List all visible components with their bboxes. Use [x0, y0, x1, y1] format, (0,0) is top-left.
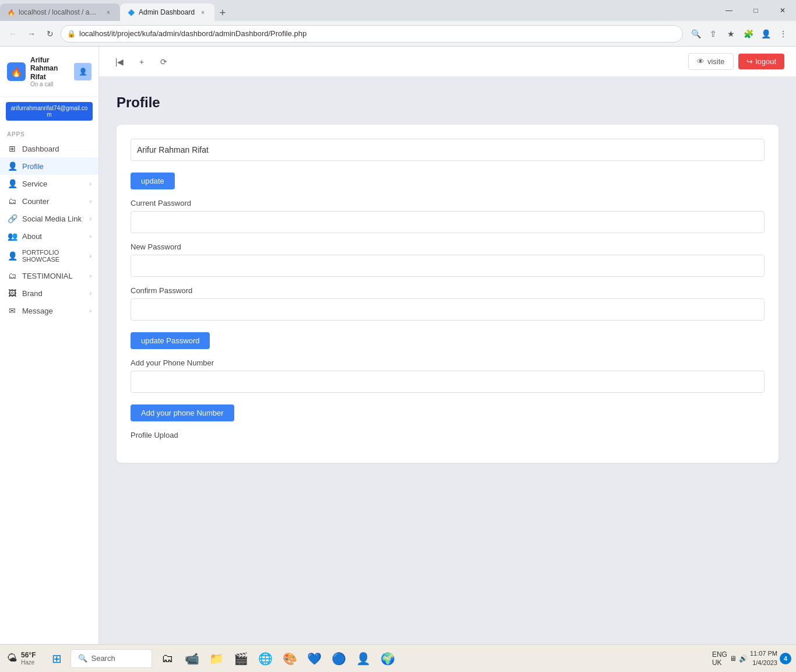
brand-icon: 🖼: [7, 288, 17, 298]
tab2-label: Admin Dashboard: [139, 8, 195, 16]
taskbar-app-colors[interactable]: 🎨: [278, 647, 301, 670]
current-password-group: Current Password: [131, 199, 765, 233]
sidebar-toggle-button[interactable]: |◀: [111, 53, 128, 71]
new-password-label: New Password: [131, 242, 765, 251]
sidebar-item-testimonial[interactable]: 🗂 TESTIMONIAL ›: [0, 267, 98, 284]
logout-button[interactable]: ↪ logout: [738, 54, 784, 69]
counter-arrow: ›: [90, 198, 91, 205]
logout-label: logout: [756, 57, 776, 66]
reload-button[interactable]: ↻: [42, 26, 58, 42]
taskbar-app-explorer[interactable]: 📁: [205, 647, 228, 670]
tab1-favicon: 🔥: [7, 8, 15, 16]
testimonial-icon: 🗂: [7, 271, 17, 280]
profile-upload-group: Profile Upload: [131, 431, 765, 439]
back-button[interactable]: ←: [5, 26, 21, 42]
taskbar-app-media[interactable]: 🎬: [229, 647, 252, 670]
name-input[interactable]: [131, 139, 765, 161]
sidebar-item-portfolio[interactable]: 👤 PORTFOLIO SHOWCASE ›: [0, 245, 98, 267]
message-icon: ✉: [7, 306, 17, 315]
sidebar-item-brand[interactable]: 🖼 Brand ›: [0, 284, 98, 302]
weather-temp: 56°F: [21, 651, 36, 659]
confirm-password-group: Confirm Password: [131, 286, 765, 321]
window-controls: — □ ✕: [716, 0, 796, 21]
menu-icon[interactable]: ⋮: [775, 26, 791, 42]
confirm-password-label: Confirm Password: [131, 286, 765, 295]
sidebar-label-brand: Brand: [22, 289, 85, 298]
clock-time: 11:07 PM: [750, 649, 777, 658]
notification-badge[interactable]: 4: [780, 653, 791, 664]
search-icon[interactable]: 🔍: [688, 26, 704, 42]
tab1-label: localhost / localhost / admindata: [19, 8, 100, 16]
browser-toolbar: ← → ↻ 🔒 localhost/it/project/kufa/admin/…: [0, 21, 796, 47]
sidebar-label-social: Social Media Link: [22, 214, 85, 223]
taskbar-app-user[interactable]: 👤: [351, 647, 375, 670]
clock-date: 1/4/2023: [750, 659, 777, 667]
sidebar-label-counter: Counter: [22, 197, 85, 206]
maximize-button[interactable]: □: [742, 0, 769, 21]
new-password-input[interactable]: [131, 255, 765, 277]
portfolio-arrow: ›: [90, 253, 91, 259]
sidebar-label-profile: Profile: [22, 162, 91, 171]
taskbar-app-video[interactable]: 📹: [180, 647, 203, 670]
apps-section-label: APPS: [0, 125, 98, 140]
refresh-button[interactable]: ⟳: [155, 53, 172, 71]
address-bar[interactable]: 🔒 localhost/it/project/kufa/admin/dashbo…: [61, 25, 683, 43]
sidebar-item-dashboard[interactable]: ⊞ Dashboard: [0, 140, 98, 157]
about-icon: 👥: [7, 231, 17, 241]
sidebar-item-service[interactable]: 👤 Service ›: [0, 175, 98, 192]
profile-icon: 👤: [7, 161, 17, 171]
new-tab-button[interactable]: +: [214, 5, 231, 21]
new-password-group: New Password: [131, 242, 765, 277]
browser-tab-bar: 🔥 localhost / localhost / admindata × 🔷 …: [0, 0, 796, 21]
bookmark-icon[interactable]: ★: [723, 26, 739, 42]
taskbar-app-vscode[interactable]: 💙: [302, 647, 326, 670]
lang-label: ENG UK: [712, 650, 727, 667]
close-button[interactable]: ✕: [769, 0, 796, 21]
windows-logo: ⊞: [52, 652, 62, 666]
add-button[interactable]: +: [133, 53, 150, 71]
tab2-close[interactable]: ×: [198, 8, 207, 17]
sidebar-item-social[interactable]: 🔗 Social Media Link ›: [0, 210, 98, 227]
forward-button[interactable]: →: [23, 26, 40, 42]
sidebar-email: arifurrahmanrifat74@gmail.com: [6, 102, 93, 121]
visite-button[interactable]: 👁 visite: [688, 53, 734, 70]
sidebar-user-section: 🔥 Arifur Rahman Rifat On a call 👤: [0, 47, 98, 97]
visite-label: visite: [707, 57, 725, 66]
profile-icon[interactable]: 👤: [758, 26, 774, 42]
taskbar-search-box[interactable]: 🔍 Search: [71, 649, 152, 668]
service-arrow: ›: [90, 181, 91, 187]
taskbar: 🌤 56°F Haze ⊞ 🔍 Search 🗂 📹 📁 🎬 🌐 🎨 💙 🔵 👤…: [0, 644, 796, 672]
taskbar-app-chrome[interactable]: 🌐: [253, 647, 277, 670]
current-password-input[interactable]: [131, 211, 765, 233]
update-password-button[interactable]: update Password: [131, 332, 210, 349]
update-name-button[interactable]: update: [131, 173, 175, 189]
add-phone-button[interactable]: Add your phone Number: [131, 404, 234, 421]
sidebar-item-profile[interactable]: 👤 Profile: [0, 157, 98, 175]
tab1-close[interactable]: ×: [104, 8, 113, 17]
start-button[interactable]: ⊞: [45, 647, 68, 670]
sidebar-user-info: Arifur Rahman Rifat On a call: [30, 56, 69, 87]
volume-icon: 🔊: [739, 655, 748, 663]
portfolio-icon: 👤: [7, 251, 17, 261]
sidebar-item-about[interactable]: 👥 About ›: [0, 227, 98, 245]
app-logo: 🔥: [7, 62, 26, 81]
browser-tab-2[interactable]: 🔷 Admin Dashboard ×: [120, 3, 214, 21]
sidebar-label-portfolio: PORTFOLIO SHOWCASE: [22, 249, 85, 263]
taskbar-app-browser2[interactable]: 🔵: [327, 647, 350, 670]
taskbar-app-globe[interactable]: 🌍: [376, 647, 399, 670]
extensions-icon[interactable]: 🧩: [740, 26, 756, 42]
sidebar-item-message[interactable]: ✉ Message ›: [0, 302, 98, 319]
weather-info: 56°F Haze: [21, 651, 36, 666]
social-arrow: ›: [90, 216, 91, 222]
sidebar-item-counter[interactable]: 🗂 Counter ›: [0, 192, 98, 210]
weather-desc: Haze: [21, 659, 36, 666]
taskbar-app-files[interactable]: 🗂: [156, 647, 179, 670]
share-icon[interactable]: ⇧: [705, 26, 721, 42]
phone-input[interactable]: [131, 371, 765, 393]
browser-tab-1[interactable]: 🔥 localhost / localhost / admindata ×: [0, 3, 120, 21]
minimize-button[interactable]: —: [716, 0, 742, 21]
sidebar-label-testimonial: TESTIMONIAL: [22, 272, 85, 280]
profile-card: update Current Password New Password Con…: [117, 125, 779, 463]
taskbar-weather: 🌤 56°F Haze: [0, 651, 43, 666]
confirm-password-input[interactable]: [131, 298, 765, 321]
